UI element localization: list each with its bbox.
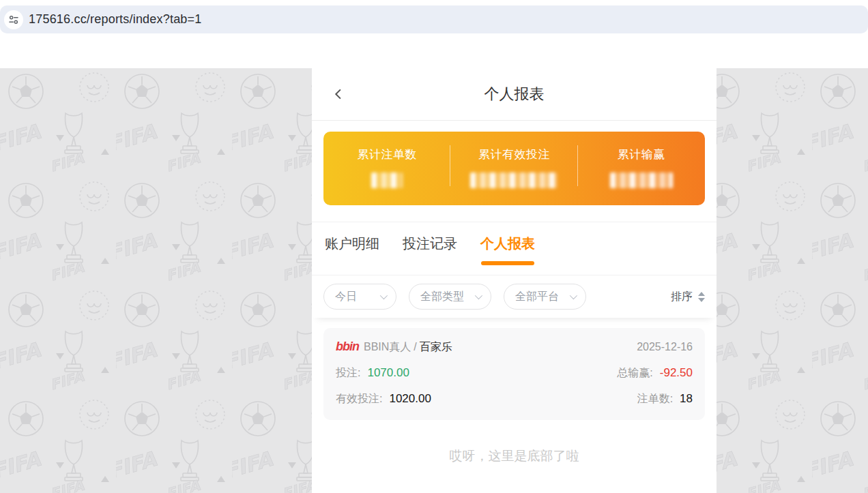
- order-count-label: 注单数:: [637, 392, 673, 406]
- site-settings-button[interactable]: [4, 10, 23, 29]
- tab-label: 账户明细: [325, 236, 379, 251]
- tabs-bar: 账户明细 投注记录 个人报表: [312, 222, 717, 275]
- app-content-column: 个人报表 累计注单数 累计有效投注 累计输赢 账户明细: [312, 68, 717, 493]
- sort-down-icon: [698, 298, 705, 302]
- masked-value: [371, 173, 403, 188]
- chevron-down-icon: [570, 292, 577, 299]
- net-winloss-label: 总输赢:: [617, 366, 652, 380]
- provider-name: BBIN真人: [364, 340, 411, 355]
- tab-account-details[interactable]: 账户明细: [323, 225, 381, 265]
- valid-bet-label: 有效投注:: [336, 392, 382, 406]
- back-button[interactable]: [330, 85, 347, 103]
- bet-label: 投注:: [336, 366, 360, 380]
- chevron-down-icon: [380, 292, 388, 299]
- url-text[interactable]: 175616.cc/reports/index?tab=1: [29, 12, 201, 27]
- chevron-left-icon: [332, 87, 345, 101]
- summary-cell-winloss: 累计输赢: [578, 132, 705, 205]
- summary-card: 累计注单数 累计有效投注 累计输赢: [323, 132, 705, 205]
- date-filter-dropdown[interactable]: 今日: [323, 284, 396, 310]
- separator: /: [414, 341, 416, 353]
- masked-value: [470, 173, 558, 188]
- dropdown-label: 全部平台: [515, 290, 559, 304]
- tune-sliders-icon: [8, 14, 19, 25]
- type-filter-dropdown[interactable]: 全部类型: [409, 284, 491, 310]
- summary-cell-valid-bets: 累计有效投注: [450, 132, 577, 205]
- summary-label: 累计输赢: [578, 147, 705, 162]
- summary-label: 累计注单数: [323, 147, 450, 162]
- valid-bet-value: 1020.00: [389, 392, 431, 406]
- tab-label: 个人报表: [480, 236, 535, 251]
- summary-cell-orders: 累计注单数: [323, 132, 450, 205]
- summary-label: 累计有效投注: [450, 147, 577, 162]
- app-header: 个人报表: [312, 68, 717, 121]
- dropdown-label: 全部类型: [420, 290, 464, 304]
- report-card-row: 投注: 1070.00 总输赢: -92.50: [336, 366, 693, 380]
- report-date: 2025-12-16: [637, 341, 693, 353]
- report-card-header-row: bbin BBIN真人 / 百家乐 2025-12-16: [336, 340, 693, 355]
- sort-up-icon: [698, 292, 705, 296]
- tab-personal-report[interactable]: 个人报表: [479, 225, 536, 265]
- summary-section: 累计注单数 累计有效投注 累计输赢: [312, 121, 717, 222]
- end-of-list-text: 哎呀，这里是底部了啦: [323, 447, 705, 465]
- game-name: 百家乐: [420, 340, 452, 355]
- report-list: bbin BBIN真人 / 百家乐 2025-12-16 投注: 1070.00…: [312, 318, 717, 465]
- dropdown-label: 今日: [335, 290, 357, 304]
- report-card-row: 有效投注: 1020.00 注单数: 18: [336, 392, 693, 406]
- sort-control[interactable]: 排序: [671, 290, 705, 304]
- net-winloss-value: -92.50: [660, 366, 693, 380]
- browser-address-bar[interactable]: 175616.cc/reports/index?tab=1: [0, 5, 868, 33]
- tab-label: 投注记录: [403, 236, 457, 251]
- bbin-logo: bbin: [336, 340, 359, 354]
- chevron-down-icon: [475, 292, 482, 299]
- sort-arrows-icon: [698, 292, 705, 302]
- masked-value: [610, 173, 673, 188]
- active-tab-underline: [481, 261, 534, 265]
- page-title: 个人报表: [484, 84, 545, 104]
- bet-value: 1070.00: [367, 366, 409, 380]
- platform-filter-dropdown[interactable]: 全部平台: [504, 284, 586, 310]
- report-card[interactable]: bbin BBIN真人 / 百家乐 2025-12-16 投注: 1070.00…: [323, 328, 705, 420]
- tab-bet-records[interactable]: 投注记录: [401, 225, 459, 265]
- sort-label: 排序: [671, 290, 693, 304]
- order-count-value: 18: [680, 392, 693, 406]
- filter-bar: 今日 全部类型 全部平台 排序: [312, 275, 717, 318]
